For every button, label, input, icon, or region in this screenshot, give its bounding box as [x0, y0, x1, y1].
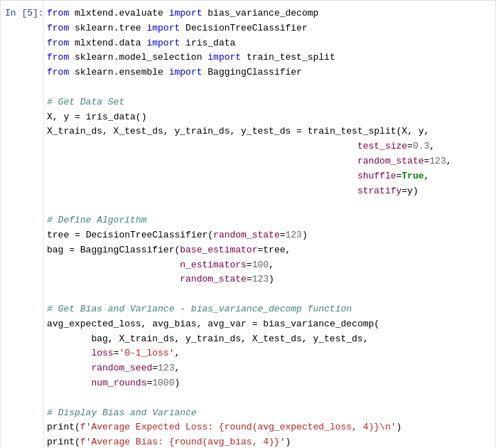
- notebook-cell: In [5]: from mlxtend.evaluate import bia…: [0, 0, 496, 448]
- code-line-2: from sklearn.tree import DecisionTreeCla…: [47, 21, 488, 36]
- code-line-22: avg_expected_loss, avg_bias, avg_var = b…: [47, 317, 488, 332]
- code-line-14: [47, 198, 488, 213]
- code-line-15: # Define Algorithm: [47, 213, 488, 228]
- code-line-25: random_seed=123,: [47, 361, 488, 376]
- cell-label: In [5]:: [1, 1, 43, 448]
- code-line-19: random_state=123): [47, 272, 488, 287]
- code-line-29: print(f'Average Expected Loss: {round(av…: [47, 420, 488, 435]
- code-line-10: test_size=0.3,: [47, 139, 488, 154]
- code-line-30: print(f'Average Bias: {round(avg_bias, 4…: [47, 435, 488, 448]
- code-line-11: random_state=123,: [47, 154, 488, 169]
- code-line-20: [47, 287, 488, 302]
- code-line-17: bag = BaggingClassifier(base_estimator=t…: [47, 243, 488, 258]
- code-line-21: # Get Bias and Variance - bias_variance_…: [47, 302, 488, 317]
- code-line-3: from mlxtend.data import iris_data: [47, 36, 488, 51]
- code-line-4: from sklearn.model_selection import trai…: [47, 50, 488, 65]
- code-line-9: X_train_ds, X_test_ds, y_train_ds, y_tes…: [47, 124, 488, 139]
- cell-content[interactable]: from mlxtend.evaluate import bias_varian…: [43, 1, 495, 448]
- code-line-1: from mlxtend.evaluate import bias_varian…: [47, 6, 488, 21]
- code-line-18: n_estimators=100,: [47, 258, 488, 273]
- code-line-28: # Display Bias and Variance: [47, 406, 488, 421]
- code-line-23: bag, X_train_ds, y_train_ds, X_test_ds, …: [47, 332, 488, 347]
- code-line-12: shuffle=True,: [47, 169, 488, 184]
- code-line-13: stratify=y): [47, 184, 488, 199]
- code-block: from mlxtend.evaluate import bias_varian…: [47, 6, 488, 448]
- cell-label-text: In [5]:: [5, 8, 44, 18]
- code-line-6: [47, 80, 488, 95]
- code-line-7: # Get Data Set: [47, 95, 488, 110]
- code-line-24: loss='0-1_loss',: [47, 346, 488, 361]
- code-line-16: tree = DecisionTreeClassifier(random_sta…: [47, 228, 488, 243]
- code-line-26: num_rounds=1000): [47, 376, 488, 391]
- code-line-8: X, y = iris_data(): [47, 110, 488, 125]
- code-line-5: from sklearn.ensemble import BaggingClas…: [47, 65, 488, 80]
- code-line-27: [47, 391, 488, 406]
